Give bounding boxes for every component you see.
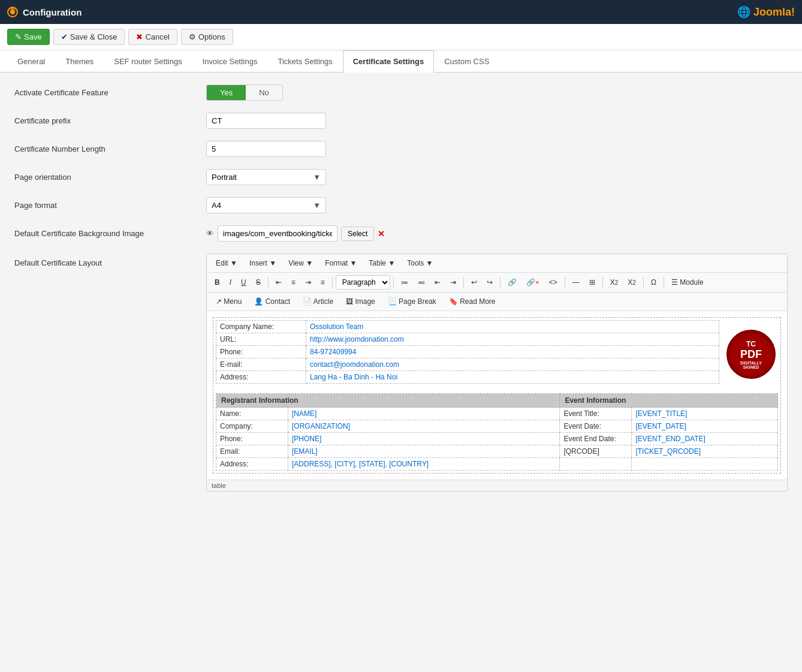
tab-general[interactable]: General (7, 50, 55, 73)
table-button[interactable]: ⊞ (585, 276, 599, 289)
editor-menu-format[interactable]: Format ▼ (319, 257, 362, 270)
activate-feature-control: Yes No (206, 85, 788, 101)
layout-editor: Edit ▼ Insert ▼ View ▼ Format ▼ Table ▼ … (206, 254, 788, 492)
tab-themes[interactable]: Themes (55, 50, 104, 73)
separator-9 (664, 277, 664, 288)
undo-button[interactable]: ↩ (467, 276, 481, 289)
align-center-button[interactable]: ≡ (287, 276, 300, 289)
event-section-header: Event Information (560, 394, 778, 408)
hr-button[interactable]: — (568, 276, 584, 289)
strikethrough-button[interactable]: S (252, 276, 265, 289)
table-row: Name: [NAME] Event Title: [EVENT_TITLE] (216, 408, 778, 420)
page-format-control: A4 Letter Legal ▼ (206, 197, 788, 213)
save-button[interactable]: ✎ Save (7, 29, 50, 45)
cancel-button[interactable]: ✖ Cancel (128, 29, 177, 45)
menu-insert-button[interactable]: ↗ Menu (210, 295, 247, 308)
editor-menu-edit[interactable]: Edit ▼ (210, 257, 243, 270)
image-button[interactable]: 🖼 Image (340, 295, 381, 308)
separator-5 (500, 277, 501, 288)
separator-7 (602, 277, 603, 288)
prefix-label: Certificate prefix (14, 113, 206, 125)
table-row: Phone: [PHONE] Event End Date: [EVENT_EN… (216, 433, 778, 445)
redo-button[interactable]: ↪ (483, 276, 497, 289)
bold-button[interactable]: B (210, 276, 224, 289)
table-row: Email: [EMAIL] [QRCODE] [TICKET_QRCODE] (216, 445, 778, 458)
email-field-label: Email: (216, 445, 288, 458)
image-field: 👁 Select ✕ (206, 225, 788, 242)
align-left-button[interactable]: ⇤ (272, 276, 286, 289)
align-right-button[interactable]: ⇥ (301, 276, 315, 289)
chevron-down-icon: ▼ (308, 173, 325, 182)
editor-menu-view[interactable]: View ▼ (283, 257, 318, 270)
app-header: Configuration 🌐 Joomla! (0, 0, 802, 24)
name-value: [NAME] (288, 408, 560, 420)
clear-image-button[interactable]: ✕ (378, 229, 385, 239)
number-length-label: Certificate Number Length (14, 141, 206, 153)
editor-menu-table[interactable]: Table ▼ (363, 257, 400, 270)
code-button[interactable]: <> (545, 276, 562, 289)
subscript-button[interactable]: X2 (606, 276, 623, 289)
align-justify-button[interactable]: ≡ (316, 276, 329, 289)
editor-menu-tools[interactable]: Tools ▼ (402, 257, 438, 270)
number-length-input[interactable] (206, 141, 326, 157)
page-orientation-label: Page orientation (14, 169, 206, 182)
page-orientation-select-wrap[interactable]: Portrait Landscape ▼ (206, 169, 326, 185)
qrcode-label: [QRCODE] (560, 445, 632, 458)
read-more-button[interactable]: 🔖 Read More (444, 295, 501, 308)
company-info-table: Company Name: Ossolution Team URL: http:… (216, 320, 719, 384)
paragraph-format-select[interactable]: Paragraph Heading 1 Heading 2 (336, 275, 390, 290)
page-format-select-wrap[interactable]: A4 Letter Legal ▼ (206, 197, 326, 213)
superscript-button[interactable]: X2 (623, 276, 640, 289)
separator-2 (332, 277, 333, 288)
save-close-button[interactable]: ✔ Save & Close (53, 29, 125, 45)
italic-button[interactable]: I (225, 276, 236, 289)
options-button[interactable]: ⚙ Options (181, 29, 233, 45)
contact-button[interactable]: 👤 Contact (249, 295, 296, 308)
bg-image-input[interactable] (218, 225, 337, 242)
special-chars-button[interactable]: Ω (647, 276, 661, 289)
number-length-control (206, 141, 788, 157)
link-button[interactable]: 🔗 (503, 276, 521, 289)
tab-tickets[interactable]: Tickets Settings (267, 50, 342, 73)
prefix-input[interactable] (206, 113, 326, 129)
activate-toggle-group: Yes No (206, 85, 283, 101)
phone-field-label: Phone: (216, 433, 288, 445)
editor-content-area[interactable]: Company Name: Ossolution Team URL: http:… (207, 311, 787, 480)
page-orientation-select[interactable]: Portrait Landscape (207, 170, 308, 185)
table-row: URL: http://www.joomdonation.com (216, 333, 719, 346)
empty-cell (560, 458, 632, 471)
activate-yes-button[interactable]: Yes (207, 85, 246, 100)
outdent-button[interactable]: ⇤ (430, 276, 445, 289)
tab-certificate[interactable]: Certificate Settings (343, 50, 434, 73)
page-orientation-control: Portrait Landscape ▼ (206, 169, 788, 185)
underline-button[interactable]: U (237, 276, 251, 289)
company-field-value: [ORGANIZATION] (288, 420, 560, 433)
address-label: Address: (216, 371, 306, 384)
company-section: Company Name: Ossolution Team URL: http:… (216, 320, 778, 388)
tab-css[interactable]: Custom CSS (434, 50, 499, 73)
activate-no-button[interactable]: No (246, 85, 282, 100)
unlink-button[interactable]: 🔗✕ (522, 276, 544, 289)
editor-wrap: Edit ▼ Insert ▼ View ▼ Format ▼ Table ▼ … (206, 254, 788, 492)
event-end-date-value: [EVENT_END_DATE] (632, 433, 778, 445)
url-value: http://www.joomdonation.com (306, 333, 719, 346)
event-date-label: Event Date: (560, 420, 632, 433)
badge-tc: TC (746, 340, 756, 348)
statusbar-text: table (212, 482, 226, 489)
editor-menu-insert[interactable]: Insert ▼ (244, 257, 282, 270)
select-image-button[interactable]: Select (341, 227, 374, 241)
article-button[interactable]: 📄 Article (297, 295, 339, 308)
layout-row: Default Certificate Layout Edit ▼ Insert… (14, 254, 788, 492)
event-title-label: Event Title: (560, 408, 632, 420)
app-title: Configuration (23, 7, 82, 17)
phone-value: 84-972409994 (306, 346, 719, 358)
indent-button[interactable]: ⇥ (446, 276, 460, 289)
module-button[interactable]: ☰ Module (667, 276, 708, 289)
ordered-list-button[interactable]: ≕ (414, 276, 429, 289)
unordered-list-button[interactable]: ≔ (397, 276, 412, 289)
page-break-button[interactable]: 📃 Page Break (382, 295, 442, 308)
page-format-select[interactable]: A4 Letter Legal (207, 198, 308, 213)
tab-sef[interactable]: SEF router Settings (104, 50, 192, 73)
tab-invoice[interactable]: Invoice Settings (192, 50, 268, 73)
save-icon: ✎ (15, 32, 22, 41)
